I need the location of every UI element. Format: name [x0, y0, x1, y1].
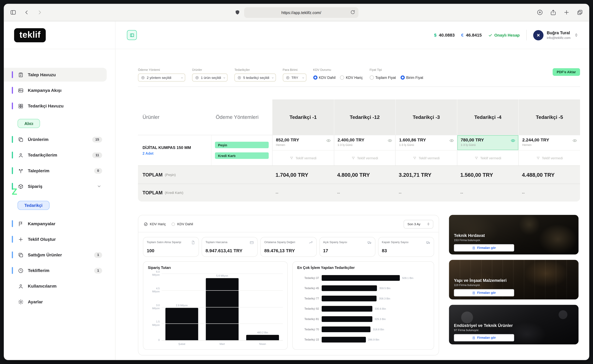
sidebar-item-siparis[interactable]: Sipariş [4, 179, 107, 193]
offer-price: 2.400,00 TRY [338, 137, 392, 142]
reload-icon[interactable] [350, 9, 356, 15]
y-axis-label: 6.0 Milyon [152, 270, 160, 277]
account-menu[interactable]: Buğra Tural info@teklifz.com [533, 30, 579, 40]
product-cell: DİJİTAL KUMPAS 150 MM 2 Adet [138, 135, 211, 165]
total-value: -- [272, 184, 334, 202]
products-select[interactable]: 1 ürün seçildi [192, 73, 228, 82]
view-companies-button[interactable]: Firmaları gör [454, 289, 514, 296]
y-axis-label: 0 [158, 338, 160, 342]
top-supplier-row: Tedarikçi 92330.6 Bin [297, 304, 429, 314]
address-bar[interactable]: https://app.teklifz.com/ [244, 7, 358, 18]
radio-kdv-haric[interactable]: KDV Hariç [340, 76, 363, 80]
supplier-bar [322, 275, 400, 281]
grid-icon [18, 103, 24, 109]
promo-column: Teknik Hırdavat 153 Firma bulunuyor. Fir… [449, 215, 579, 344]
payment-method-select[interactable]: 2 yöntem seçildi [138, 73, 185, 82]
eye-icon[interactable] [449, 138, 454, 143]
sidebar-item-ayarlar[interactable]: Ayarlar [4, 295, 107, 309]
brand-logo[interactable]: teklifZ [14, 28, 46, 42]
accent-bar [12, 220, 13, 227]
panel-layout-icon [129, 32, 134, 38]
product-qty-link[interactable]: 2 Adet [143, 151, 207, 156]
order-amount-chart: Sipariş Tutarı 6.0 Milyon4.5 Milyon3.0 M… [143, 261, 288, 350]
radio-birim-fiyat[interactable]: Birim Fiyat [400, 76, 423, 80]
eye-icon[interactable] [326, 138, 331, 143]
eye-icon[interactable] [573, 138, 577, 143]
sidebar-item-taleplerim[interactable]: Taleplerim 0 [4, 164, 107, 177]
top-supplier-row: Tedarikçi 15286.9 Bin [297, 335, 429, 345]
dash-divider [138, 232, 439, 232]
sidebar-item-teklif-olustur[interactable]: Teklif Oluştur [4, 232, 107, 246]
view-companies-button[interactable]: Firmaları gör [454, 334, 514, 341]
accent-bar [12, 71, 13, 78]
image-frame-icon [18, 87, 24, 93]
app-header: teklifZ $ 40.0883 € 46.8415 [4, 21, 589, 49]
chevron-down-icon [97, 184, 101, 189]
supplier-column-header: Tedarikçi -12 [334, 99, 395, 135]
privacy-shield-icon[interactable] [235, 10, 240, 15]
share-icon[interactable] [550, 9, 556, 16]
eye-icon[interactable] [511, 138, 515, 143]
new-tab-icon[interactable] [563, 9, 570, 16]
sidebar-item-tekliflerim[interactable]: Tekliflerim 1 [4, 264, 107, 277]
view-companies-button[interactable]: Firmaları gör [454, 244, 514, 252]
stat-card-avg-order: Ortalama Sipariş Değeri 89.476,13 TRY [261, 237, 317, 257]
downloads-icon[interactable] [537, 9, 543, 16]
x-axis-label: Nisan [246, 343, 279, 345]
circle-icon [171, 222, 175, 226]
supplier-bar [322, 337, 366, 343]
total-value: 3.201,71 TRY [395, 166, 457, 184]
back-icon[interactable] [23, 9, 30, 16]
stats-kdv-haric-option[interactable]: KDV Hariç [144, 222, 166, 226]
product-name: DİJİTAL KUMPAS 150 MM [143, 145, 207, 150]
buyer-section-badge[interactable]: Alıcı [18, 119, 40, 128]
sidebar-item-kullanicilarim[interactable]: Kullanıcılarım [4, 279, 107, 293]
sidebar-item-talep-havuzu[interactable]: Talep Havuzu [4, 68, 107, 82]
collapse-sidebar-button[interactable] [127, 30, 137, 40]
supplier-section-badge[interactable]: Tedarikçi [18, 201, 49, 210]
user-icon [18, 152, 24, 158]
payment-chip: Kredi Kartı [215, 152, 269, 159]
offer-cell-best: 780,00 TRY 1-3 İş Günü Teklif vermedi [457, 135, 519, 165]
promo-card-endustriyel: Endüstriyel ve Teknik Ürünler 97 Firma b… [449, 305, 579, 344]
promo-card-yapi-insaat: Yapı ve İnşaat Malzemeleri 119 Firma bul… [449, 260, 579, 299]
sidebar-item-tedarikcilerim[interactable]: Tedarikçilerim 11 [4, 148, 107, 162]
building-icon [472, 246, 475, 249]
supplier-column-header: Tedarikçi -4 [457, 99, 519, 135]
credit-card-icon [250, 240, 254, 245]
stats-kdv-dahil-option[interactable]: KDV Dahil [171, 222, 193, 226]
browser-sidebar-toggle-icon[interactable] [10, 9, 16, 16]
sidebar-item-sattigim-urunler[interactable]: Sattığım Ürünler 1 [4, 248, 107, 262]
radio-kdv-dahil[interactable]: KDV Dahil [313, 76, 336, 80]
usd-rate: $ 40.0883 [434, 33, 455, 37]
cube-icon [18, 183, 24, 189]
payment-methods-cell: Peşin Kredi Kartı [211, 135, 272, 165]
no-offer-row: Teklif vermedi [519, 150, 580, 165]
stat-cards-row: Toplam Satın Alma Siparişi 100 Toplam Ha… [143, 237, 434, 257]
radio-toplam-fiyat[interactable]: Toplam Fiyat [370, 76, 396, 80]
main-content: Ödeme Yöntemi 2 yöntem seçildi Ürünler 1… [116, 49, 589, 360]
currency-select[interactable]: TRY [283, 73, 306, 82]
period-select[interactable]: Son 3 Ay [404, 220, 433, 228]
sidebar-item-kampanya-akisi[interactable]: Kampanya Akışı [4, 83, 107, 97]
export-pdf-button[interactable]: PDF'e Aktar [553, 68, 580, 76]
sidebar-item-kampanyalar[interactable]: Kampanyalar [4, 217, 107, 230]
sidebar-item-tedarikci-havuzu[interactable]: Tedarikçi Havuzu [4, 99, 107, 113]
accent-bar [12, 103, 13, 109]
total-value: -- [457, 184, 519, 202]
offer-cell: 852,00 TRY Hemen Teklif vermedi [272, 135, 334, 165]
no-offer-icon [413, 156, 417, 160]
tab-overview-icon[interactable] [577, 9, 583, 16]
eye-icon[interactable] [388, 138, 392, 143]
forward-icon[interactable] [37, 9, 43, 16]
total-value: 4.800,00 TRY [334, 166, 395, 184]
radio-dot [370, 76, 374, 80]
offer-price: 1.600,86 TRY [399, 137, 453, 142]
offer-delivery: 1-3 İş Günü [399, 143, 453, 147]
accent-bar [12, 152, 13, 158]
plus-icon [18, 236, 24, 242]
suppliers-select[interactable]: 5 tedarikçi seçildi [235, 73, 276, 82]
sidebar-item-urunlerim[interactable]: Ürünlerim 15 [4, 133, 107, 146]
supplier-bar [322, 316, 372, 322]
header-divider [526, 30, 527, 40]
